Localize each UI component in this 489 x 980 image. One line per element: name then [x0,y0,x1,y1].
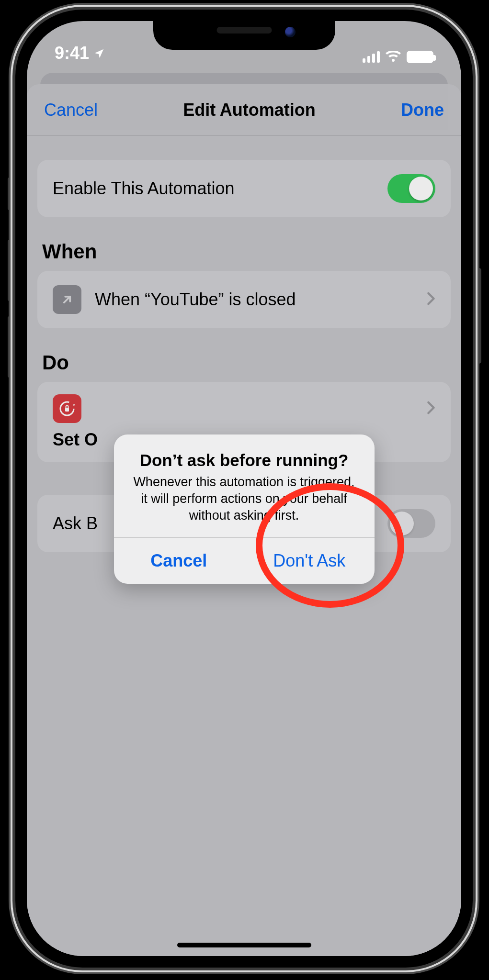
volume-down-button[interactable] [8,316,12,378]
volume-up-button[interactable] [8,239,12,301]
mute-switch[interactable] [8,177,12,211]
power-button[interactable] [477,268,481,364]
notch [153,19,335,50]
status-time: 9:41 [55,43,89,63]
location-icon [94,43,104,63]
battery-icon [407,51,433,63]
alert-message: Whenever this automation is triggered, i… [131,474,357,524]
edit-automation-sheet: Cancel Edit Automation Done Enable This … [27,84,461,956]
confirmation-alert: Don’t ask before running? Whenever this … [114,434,375,584]
alert-dont-ask-button[interactable]: Don't Ask [244,538,375,584]
wifi-icon [386,51,401,63]
alert-title: Don’t ask before running? [131,451,357,470]
front-camera [285,27,296,37]
screen: 9:41 Cancel Edit Automation [27,21,461,956]
cellular-icon [363,51,380,63]
speaker-grille [216,27,272,33]
home-indicator[interactable] [177,943,311,947]
device-frame: 9:41 Cancel Edit Automation [15,10,473,968]
alert-cancel-button[interactable]: Cancel [114,538,245,584]
